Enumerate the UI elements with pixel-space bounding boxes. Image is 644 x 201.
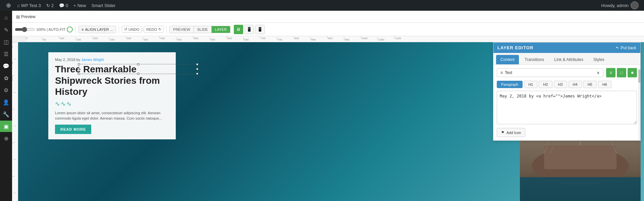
admin-bar-new[interactable]: + New: [71, 0, 89, 11]
new-label: New: [77, 3, 86, 8]
sidebar-icon-tools[interactable]: 🔧: [0, 109, 12, 120]
svg-text:250: 250: [110, 38, 115, 41]
resize-handle-tr[interactable]: [196, 63, 198, 65]
format-h2[interactable]: H2: [539, 81, 552, 88]
sidebar-icon-pages[interactable]: ☰: [0, 48, 12, 60]
undo-redo-section: ↺ UNDO | REDO ↻: [122, 26, 164, 33]
type-label: Text: [505, 70, 512, 75]
svg-text:950: 950: [345, 38, 350, 41]
resize-handle-mr[interactable]: [196, 68, 198, 70]
home-icon: ⌂: [17, 3, 20, 8]
put-back-button[interactable]: ⬑ Put back: [616, 46, 636, 50]
ruler-svg: 0 50 100 150 200 250 300 350 400: [25, 36, 644, 42]
sidebar-icon-smartslider[interactable]: ▣: [0, 121, 12, 132]
slide-area: 0 50 100: [12, 42, 644, 201]
slide-title: Three Remarkable Shipwreck Stories from …: [55, 64, 169, 97]
panel-scrollbar[interactable]: [638, 69, 640, 140]
tab-layer[interactable]: LAYER: [212, 26, 230, 33]
avatar: [631, 1, 639, 9]
sidebar-icon-posts[interactable]: ✎: [0, 24, 12, 36]
align-layer-button[interactable]: ≡ ALIGN LAYER ...: [78, 26, 116, 33]
type-action-3[interactable]: ■: [628, 68, 637, 77]
ruler: 0 50 100 150 200 250 300 350 400: [12, 36, 644, 42]
sidebar-icon-plugins[interactable]: ⚙: [0, 84, 12, 96]
admin-bar-right: Howdy, admin: [599, 1, 641, 9]
layer-editor-panel: LAYER EDITOR ⬑ Put back Content Transiti…: [493, 42, 641, 141]
admin-bar-updates[interactable]: ↻ 2: [44, 0, 56, 11]
tab-link-attributes[interactable]: Link & Attributes: [550, 55, 588, 64]
svg-text:650: 650: [244, 38, 249, 41]
panel-scrollbar-thumb[interactable]: [638, 69, 640, 83]
svg-text:500: 500: [194, 37, 199, 40]
tab-preview[interactable]: PREVIEW: [170, 26, 194, 33]
put-back-icon: ⬑: [616, 46, 619, 50]
svg-text:100: 100: [12, 76, 13, 81]
format-h6[interactable]: H6: [598, 81, 611, 88]
format-h5[interactable]: H5: [583, 81, 597, 88]
vertical-ruler: 0 50 100: [12, 42, 18, 201]
svg-text:150: 150: [76, 38, 81, 41]
svg-text:800: 800: [294, 37, 299, 40]
type-action-1[interactable]: ≡: [606, 68, 615, 77]
svg-text:300: 300: [127, 37, 131, 40]
author-link[interactable]: James Wright: [81, 58, 104, 62]
format-h3[interactable]: H3: [554, 81, 567, 88]
type-action-2[interactable]: □: [617, 68, 626, 77]
undo-button[interactable]: ↺ UNDO: [122, 26, 142, 33]
chevron-down-icon: ∨: [597, 70, 600, 75]
device-tablet-icon[interactable]: 📱: [245, 25, 254, 34]
content-area: ▤ Preview 100% | AUTO-FIT ≡ ALIGN LAYER …: [12, 11, 644, 201]
read-more-button[interactable]: READ MORE: [55, 125, 91, 134]
resize-handle-br[interactable]: [196, 73, 198, 75]
sidebar-icon-collapse[interactable]: ⊕: [0, 133, 12, 144]
undo-icon: ↺: [124, 27, 127, 31]
tab-styles[interactable]: Styles: [589, 55, 609, 64]
zoom-slider[interactable]: [15, 27, 35, 32]
type-selector[interactable]: ≡ Text ∨: [497, 68, 603, 77]
device-desktop-icon[interactable]: 🖥: [234, 25, 243, 34]
slide-canvas: May 2, 2018 by James Wright Three Remark…: [18, 42, 644, 201]
format-row: Paragraph H1 H2 H3 H4 H5 H6: [497, 81, 637, 88]
view-tabs: PREVIEW SLIDE LAYER: [169, 26, 230, 33]
admin-bar-plugin[interactable]: Smart Slider: [89, 0, 118, 11]
sidebar-icon-users[interactable]: 👤: [0, 96, 12, 108]
svg-text:750: 750: [278, 38, 282, 41]
preview-icon: ▤: [16, 14, 20, 19]
wave-decoration: ∿∿∿: [55, 100, 169, 108]
svg-text:1050: 1050: [378, 38, 384, 41]
wp-logo-icon[interactable]: ⊕: [3, 2, 14, 9]
redo-icon: ↻: [158, 27, 161, 31]
type-actions: ≡ □ ■: [606, 68, 637, 77]
svg-rect-63: [520, 177, 641, 201]
svg-text:350: 350: [144, 38, 148, 41]
align-icon: ≡: [82, 27, 84, 31]
tab-slide[interactable]: SLIDE: [194, 26, 212, 33]
howdy-section[interactable]: Howdy, admin: [599, 1, 641, 9]
text-content-textarea[interactable]: May 2, 2018 by <a href="">James Wright</…: [497, 91, 637, 124]
flag-icon: ⚑: [501, 130, 504, 135]
add-icon-button[interactable]: ⚑ Add Icon: [497, 128, 525, 137]
sidebar-icon-comments[interactable]: 💬: [0, 60, 12, 72]
format-h4[interactable]: H4: [569, 81, 582, 88]
ruler-corner: [12, 36, 25, 42]
auto-fit-toggle[interactable]: [67, 26, 73, 32]
device-mobile-icon[interactable]: 📱: [255, 25, 265, 34]
format-paragraph[interactable]: Paragraph: [497, 81, 523, 88]
redo-button[interactable]: REDO ↻: [144, 26, 164, 33]
tab-content[interactable]: Content: [496, 55, 519, 64]
sidebar-icon-appearance[interactable]: ✿: [0, 72, 12, 84]
svg-text:0: 0: [26, 37, 28, 40]
tab-transitions[interactable]: Transitions: [520, 55, 548, 64]
admin-bar-site[interactable]: ⌂ WP Test 3: [14, 0, 44, 11]
sidebar-icon-media[interactable]: ◫: [0, 36, 12, 48]
ruler-track: 0 50 100 150 200 250 300 350 400: [25, 36, 644, 42]
preview-bar: ▤ Preview: [12, 11, 644, 23]
slide-excerpt: Lorem ipsum dolor sit amet, consectetuer…: [55, 110, 169, 121]
sidebar-icon-dashboard[interactable]: ⌂: [0, 12, 12, 23]
format-h1[interactable]: H1: [524, 81, 537, 88]
wp-sidebar: ⌂ ✎ ◫ ☰ 💬 ✿ ⚙ 👤 🔧 ▣ ⊕: [0, 11, 12, 201]
preview-label[interactable]: ▤ Preview: [16, 14, 36, 19]
admin-bar-comments[interactable]: 💬 0: [56, 0, 71, 11]
svg-text:0: 0: [12, 46, 13, 48]
plus-icon: +: [73, 3, 76, 8]
